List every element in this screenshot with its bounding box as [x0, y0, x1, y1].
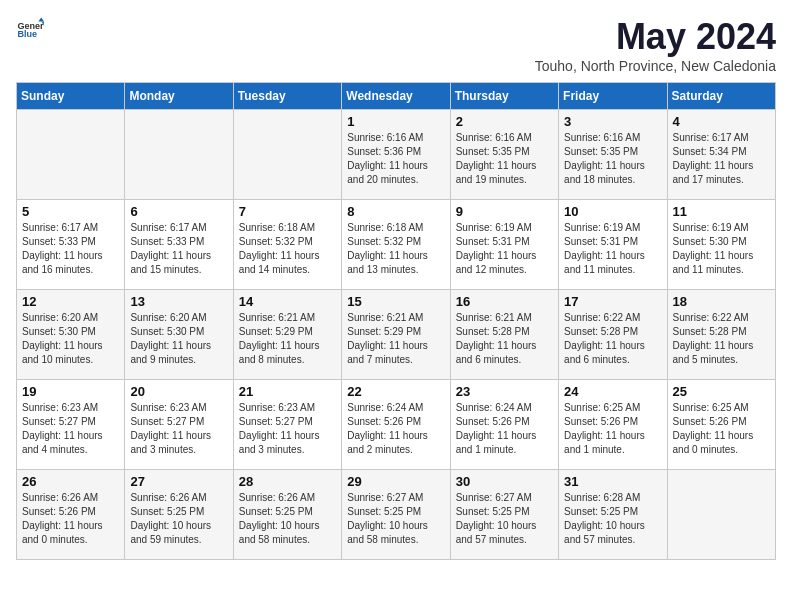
day-number: 5 [22, 204, 119, 219]
calendar-body: 1Sunrise: 6:16 AM Sunset: 5:36 PM Daylig… [17, 110, 776, 560]
location-title: Touho, North Province, New Caledonia [535, 58, 776, 74]
day-info: Sunrise: 6:27 AM Sunset: 5:25 PM Dayligh… [456, 491, 553, 547]
weekday-header-row: SundayMondayTuesdayWednesdayThursdayFrid… [17, 83, 776, 110]
calendar-cell: 22Sunrise: 6:24 AM Sunset: 5:26 PM Dayli… [342, 380, 450, 470]
calendar-cell: 3Sunrise: 6:16 AM Sunset: 5:35 PM Daylig… [559, 110, 667, 200]
weekday-header-sunday: Sunday [17, 83, 125, 110]
weekday-header-wednesday: Wednesday [342, 83, 450, 110]
calendar-week-row: 12Sunrise: 6:20 AM Sunset: 5:30 PM Dayli… [17, 290, 776, 380]
calendar-cell: 30Sunrise: 6:27 AM Sunset: 5:25 PM Dayli… [450, 470, 558, 560]
day-info: Sunrise: 6:25 AM Sunset: 5:26 PM Dayligh… [673, 401, 770, 457]
day-info: Sunrise: 6:25 AM Sunset: 5:26 PM Dayligh… [564, 401, 661, 457]
day-number: 17 [564, 294, 661, 309]
calendar-cell: 11Sunrise: 6:19 AM Sunset: 5:30 PM Dayli… [667, 200, 775, 290]
calendar-cell: 9Sunrise: 6:19 AM Sunset: 5:31 PM Daylig… [450, 200, 558, 290]
day-info: Sunrise: 6:24 AM Sunset: 5:26 PM Dayligh… [347, 401, 444, 457]
day-number: 3 [564, 114, 661, 129]
day-info: Sunrise: 6:21 AM Sunset: 5:29 PM Dayligh… [347, 311, 444, 367]
day-number: 22 [347, 384, 444, 399]
calendar-cell: 16Sunrise: 6:21 AM Sunset: 5:28 PM Dayli… [450, 290, 558, 380]
day-number: 12 [22, 294, 119, 309]
day-number: 21 [239, 384, 336, 399]
day-info: Sunrise: 6:16 AM Sunset: 5:35 PM Dayligh… [564, 131, 661, 187]
calendar-cell: 5Sunrise: 6:17 AM Sunset: 5:33 PM Daylig… [17, 200, 125, 290]
calendar-cell: 29Sunrise: 6:27 AM Sunset: 5:25 PM Dayli… [342, 470, 450, 560]
svg-text:Blue: Blue [17, 29, 37, 39]
day-info: Sunrise: 6:23 AM Sunset: 5:27 PM Dayligh… [22, 401, 119, 457]
day-info: Sunrise: 6:23 AM Sunset: 5:27 PM Dayligh… [130, 401, 227, 457]
calendar-cell: 18Sunrise: 6:22 AM Sunset: 5:28 PM Dayli… [667, 290, 775, 380]
header: General Blue May 2024 Touho, North Provi… [16, 16, 776, 74]
calendar-cell: 12Sunrise: 6:20 AM Sunset: 5:30 PM Dayli… [17, 290, 125, 380]
day-number: 29 [347, 474, 444, 489]
day-number: 13 [130, 294, 227, 309]
day-number: 23 [456, 384, 553, 399]
weekday-header-friday: Friday [559, 83, 667, 110]
day-number: 20 [130, 384, 227, 399]
day-number: 31 [564, 474, 661, 489]
calendar-cell [125, 110, 233, 200]
calendar-cell: 8Sunrise: 6:18 AM Sunset: 5:32 PM Daylig… [342, 200, 450, 290]
calendar-table: SundayMondayTuesdayWednesdayThursdayFrid… [16, 82, 776, 560]
day-number: 14 [239, 294, 336, 309]
calendar-cell: 31Sunrise: 6:28 AM Sunset: 5:25 PM Dayli… [559, 470, 667, 560]
day-number: 6 [130, 204, 227, 219]
day-info: Sunrise: 6:26 AM Sunset: 5:25 PM Dayligh… [130, 491, 227, 547]
day-number: 28 [239, 474, 336, 489]
day-info: Sunrise: 6:19 AM Sunset: 5:30 PM Dayligh… [673, 221, 770, 277]
weekday-header-tuesday: Tuesday [233, 83, 341, 110]
calendar-cell: 14Sunrise: 6:21 AM Sunset: 5:29 PM Dayli… [233, 290, 341, 380]
calendar-cell: 15Sunrise: 6:21 AM Sunset: 5:29 PM Dayli… [342, 290, 450, 380]
weekday-header-saturday: Saturday [667, 83, 775, 110]
calendar-cell: 23Sunrise: 6:24 AM Sunset: 5:26 PM Dayli… [450, 380, 558, 470]
day-info: Sunrise: 6:20 AM Sunset: 5:30 PM Dayligh… [130, 311, 227, 367]
calendar-cell [17, 110, 125, 200]
month-title: May 2024 [535, 16, 776, 58]
svg-marker-2 [38, 17, 44, 21]
calendar-cell: 20Sunrise: 6:23 AM Sunset: 5:27 PM Dayli… [125, 380, 233, 470]
day-number: 11 [673, 204, 770, 219]
day-info: Sunrise: 6:28 AM Sunset: 5:25 PM Dayligh… [564, 491, 661, 547]
logo: General Blue [16, 16, 44, 44]
day-number: 7 [239, 204, 336, 219]
calendar-week-row: 5Sunrise: 6:17 AM Sunset: 5:33 PM Daylig… [17, 200, 776, 290]
day-number: 9 [456, 204, 553, 219]
day-info: Sunrise: 6:26 AM Sunset: 5:25 PM Dayligh… [239, 491, 336, 547]
day-info: Sunrise: 6:19 AM Sunset: 5:31 PM Dayligh… [564, 221, 661, 277]
calendar-cell: 27Sunrise: 6:26 AM Sunset: 5:25 PM Dayli… [125, 470, 233, 560]
day-info: Sunrise: 6:17 AM Sunset: 5:33 PM Dayligh… [22, 221, 119, 277]
day-info: Sunrise: 6:27 AM Sunset: 5:25 PM Dayligh… [347, 491, 444, 547]
logo-icon: General Blue [16, 16, 44, 44]
day-info: Sunrise: 6:26 AM Sunset: 5:26 PM Dayligh… [22, 491, 119, 547]
calendar-cell: 24Sunrise: 6:25 AM Sunset: 5:26 PM Dayli… [559, 380, 667, 470]
day-info: Sunrise: 6:18 AM Sunset: 5:32 PM Dayligh… [347, 221, 444, 277]
weekday-header-thursday: Thursday [450, 83, 558, 110]
calendar-cell: 28Sunrise: 6:26 AM Sunset: 5:25 PM Dayli… [233, 470, 341, 560]
calendar-cell: 6Sunrise: 6:17 AM Sunset: 5:33 PM Daylig… [125, 200, 233, 290]
day-info: Sunrise: 6:16 AM Sunset: 5:36 PM Dayligh… [347, 131, 444, 187]
day-number: 18 [673, 294, 770, 309]
day-number: 10 [564, 204, 661, 219]
day-info: Sunrise: 6:22 AM Sunset: 5:28 PM Dayligh… [564, 311, 661, 367]
day-number: 19 [22, 384, 119, 399]
day-number: 1 [347, 114, 444, 129]
day-number: 16 [456, 294, 553, 309]
calendar-week-row: 26Sunrise: 6:26 AM Sunset: 5:26 PM Dayli… [17, 470, 776, 560]
calendar-cell [233, 110, 341, 200]
day-info: Sunrise: 6:19 AM Sunset: 5:31 PM Dayligh… [456, 221, 553, 277]
title-block: May 2024 Touho, North Province, New Cale… [535, 16, 776, 74]
day-number: 15 [347, 294, 444, 309]
day-info: Sunrise: 6:21 AM Sunset: 5:29 PM Dayligh… [239, 311, 336, 367]
day-info: Sunrise: 6:17 AM Sunset: 5:33 PM Dayligh… [130, 221, 227, 277]
calendar-cell: 21Sunrise: 6:23 AM Sunset: 5:27 PM Dayli… [233, 380, 341, 470]
day-info: Sunrise: 6:24 AM Sunset: 5:26 PM Dayligh… [456, 401, 553, 457]
calendar-week-row: 1Sunrise: 6:16 AM Sunset: 5:36 PM Daylig… [17, 110, 776, 200]
day-info: Sunrise: 6:16 AM Sunset: 5:35 PM Dayligh… [456, 131, 553, 187]
calendar-cell: 17Sunrise: 6:22 AM Sunset: 5:28 PM Dayli… [559, 290, 667, 380]
day-number: 26 [22, 474, 119, 489]
calendar-cell: 13Sunrise: 6:20 AM Sunset: 5:30 PM Dayli… [125, 290, 233, 380]
calendar-header: SundayMondayTuesdayWednesdayThursdayFrid… [17, 83, 776, 110]
calendar-week-row: 19Sunrise: 6:23 AM Sunset: 5:27 PM Dayli… [17, 380, 776, 470]
calendar-cell: 25Sunrise: 6:25 AM Sunset: 5:26 PM Dayli… [667, 380, 775, 470]
day-number: 24 [564, 384, 661, 399]
